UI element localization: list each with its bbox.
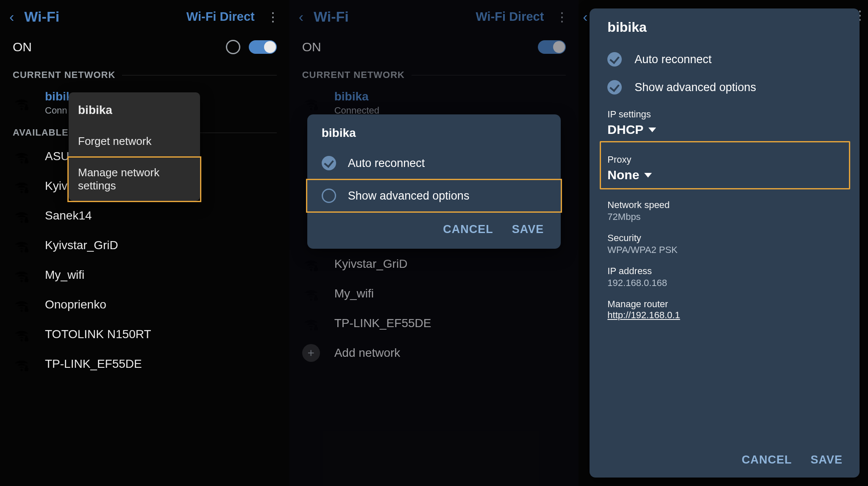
sheet-title: bibika [607, 19, 843, 35]
auto-reconnect-label: Auto reconnect [634, 53, 712, 66]
dialog-buttons: CANCEL SAVE [307, 213, 561, 249]
wifi-lock-icon [13, 355, 31, 373]
proxy-label: Proxy [607, 154, 843, 165]
ip-settings-selector[interactable]: IP settings DHCP [607, 101, 843, 137]
manage-router-link[interactable]: http://192.168.0.1 [607, 310, 680, 320]
network-row[interactable]: Onoprienko [0, 290, 289, 319]
back-icon[interactable]: ‹ [6, 8, 17, 25]
dropdown-icon [644, 173, 652, 178]
network-row[interactable]: Sanek14 [0, 201, 289, 231]
manage-network-dialog: bibika Auto reconnect Show advanced opti… [307, 114, 561, 249]
radio-icon [226, 40, 240, 54]
wifi-lock-icon [13, 325, 31, 343]
network-row[interactable]: My_wifi [0, 260, 289, 290]
network-name: TOTOLINK N150RT [45, 328, 151, 341]
network-name: Onoprienko [45, 298, 106, 311]
back-icon[interactable]: ‹ [583, 8, 587, 25]
security: Security WPA/WPA2 PSK [607, 233, 843, 255]
forget-network-button[interactable]: Forget network [69, 126, 200, 156]
show-advanced-label: Show advanced options [634, 81, 756, 94]
save-button[interactable]: SAVE [512, 223, 544, 236]
ip-settings-label: IP settings [607, 109, 843, 120]
cancel-button[interactable]: CANCEL [742, 453, 792, 467]
cancel-button[interactable]: CANCEL [443, 223, 493, 236]
section-current-network: CURRENT NETWORK [0, 64, 289, 84]
manage-router: Manage router http://192.168.0.1 [607, 299, 843, 321]
manage-network-settings-button[interactable]: Manage network settings [67, 156, 201, 202]
network-row[interactable]: TOTOLINK N150RT [0, 319, 289, 349]
save-button[interactable]: SAVE [810, 453, 843, 467]
radio-empty-icon [322, 189, 336, 203]
wifi-on-label: ON [13, 40, 32, 54]
network-row[interactable]: TP-LINK_EF55DE [0, 349, 289, 379]
network-name: TP-LINK_EF55DE [45, 357, 142, 371]
security-value: WPA/WPA2 PSK [607, 244, 843, 255]
network-name: Kyivstar_GriD [45, 239, 118, 252]
checkmark-icon [322, 156, 336, 170]
network-speed: Network speed 72Mbps [607, 200, 843, 222]
security-label: Security [607, 233, 843, 244]
sheet-buttons: CANCEL SAVE [607, 453, 843, 467]
show-advanced-option[interactable]: Show advanced options [306, 179, 562, 213]
wifi-lock-icon [13, 296, 31, 314]
dialog-title: bibika [307, 114, 561, 147]
wifi-lock-icon [13, 177, 31, 195]
wifi-direct-button[interactable]: Wi-Fi Direct [186, 10, 255, 24]
network-speed-label: Network speed [607, 200, 843, 211]
network-row[interactable]: Kyivstar_GriD [0, 231, 289, 260]
checkmark-icon [607, 52, 622, 67]
wifi-on-row: ON [0, 33, 289, 64]
wifi-toggle[interactable] [249, 40, 277, 54]
manage-router-label: Manage router [607, 299, 843, 310]
checkmark-icon [607, 80, 622, 94]
show-advanced-option[interactable]: Show advanced options [607, 80, 843, 94]
context-menu-title: bibika [69, 97, 200, 126]
show-advanced-label: Show advanced options [348, 189, 470, 203]
more-icon[interactable]: ⋮ [262, 9, 284, 24]
network-name: Kyiv [45, 179, 67, 193]
auto-reconnect-option[interactable]: Auto reconnect [307, 147, 561, 179]
ip-address: IP address 192.168.0.168 [607, 266, 843, 289]
network-speed-value: 72Mbps [607, 211, 843, 222]
wifi-lock-icon [13, 147, 31, 165]
auto-reconnect-label: Auto reconnect [348, 157, 425, 170]
network-context-menu: bibika Forget network Manage network set… [69, 92, 200, 201]
dropdown-icon [648, 128, 656, 132]
ip-address-label: IP address [607, 266, 843, 277]
proxy-value: None [607, 168, 639, 182]
proxy-selector[interactable]: Proxy None [600, 141, 850, 189]
screenshot-2: ‹ Wi-Fi Wi-Fi Direct ⋮ ON CURRENT NETWOR… [289, 0, 579, 486]
wifi-lock-icon [13, 94, 31, 112]
appbar: ‹ Wi-Fi Wi-Fi Direct ⋮ [0, 0, 289, 33]
screenshot-1: ‹ Wi-Fi Wi-Fi Direct ⋮ ON CURRENT NETWOR… [0, 0, 289, 486]
auto-reconnect-option[interactable]: Auto reconnect [607, 52, 843, 67]
ip-address-value: 192.168.0.168 [607, 278, 843, 289]
wifi-lock-icon [13, 207, 31, 225]
network-name: My_wifi [45, 268, 84, 282]
network-name: ASU [45, 150, 70, 163]
page-title: Wi-Fi [24, 8, 59, 25]
network-detail-sheet: bibika Auto reconnect Show advanced opti… [590, 8, 860, 478]
network-name: Sanek14 [45, 209, 92, 222]
ip-settings-value: DHCP [607, 122, 643, 137]
wifi-lock-icon [13, 236, 31, 254]
wifi-lock-icon [13, 266, 31, 284]
screenshot-3: ‹ ⋮ bibika Auto reconnect Show advanced … [579, 0, 868, 486]
